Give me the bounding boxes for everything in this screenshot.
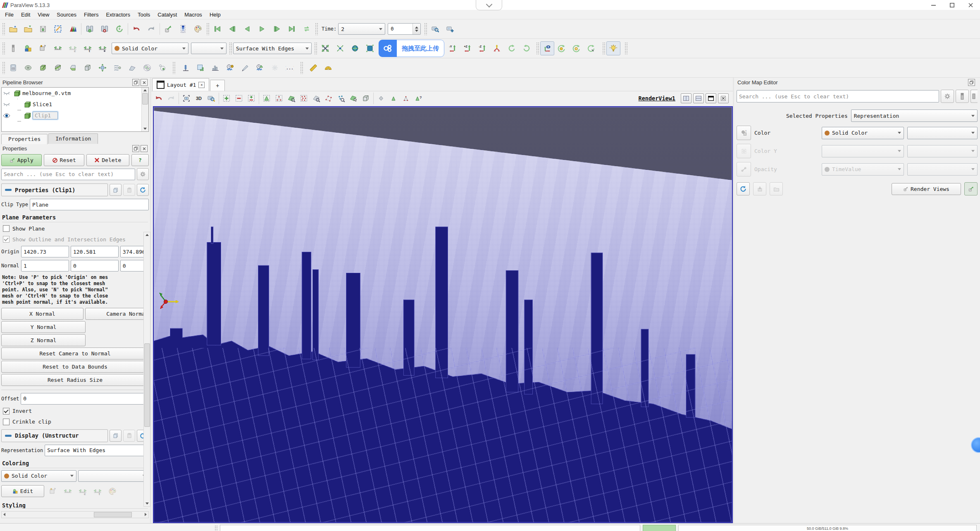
color-component-combo[interactable] — [907, 127, 978, 139]
display-section-header[interactable]: Display (Unstructur — [1, 429, 108, 442]
close-button[interactable] — [961, 0, 980, 10]
color-y-component-combo[interactable] — [907, 145, 978, 157]
notification-pill[interactable] — [476, 0, 502, 10]
interactive-glyph-icon[interactable] — [268, 61, 282, 75]
export-scene-icon[interactable] — [51, 22, 65, 36]
redo-icon[interactable] — [144, 22, 158, 36]
tri-select-icon[interactable] — [388, 93, 399, 104]
select-points-on-icon[interactable] — [273, 93, 285, 104]
text-3d-icon[interactable]: 3D — [193, 93, 205, 104]
programmable-filter-icon[interactable]: {...} — [283, 61, 297, 75]
apply-to-views-icon[interactable] — [964, 182, 978, 195]
reset-to-data-bounds-button[interactable]: Reset to Data Bounds — [1, 361, 149, 373]
plot-data-icon[interactable] — [238, 61, 252, 75]
apply-button[interactable]: Apply — [1, 154, 42, 166]
reset-camera-to-normal-button[interactable]: Reset Camera to Normal — [1, 348, 149, 360]
show-outline-checkbox[interactable] — [3, 236, 10, 243]
float-panel-icon[interactable] — [968, 79, 975, 86]
selected-properties-combo[interactable]: Representation — [851, 110, 978, 122]
menu-macros[interactable]: Macros — [181, 11, 206, 19]
gear-icon[interactable] — [137, 168, 149, 180]
menu-edit[interactable]: Edit — [17, 11, 34, 19]
reset-button[interactable]: Reset — [44, 154, 84, 166]
rescale-visible-icon[interactable] — [95, 41, 110, 55]
paraview-logo-icon[interactable] — [66, 22, 80, 36]
save-data-icon[interactable] — [36, 22, 50, 36]
sel-add-icon[interactable] — [221, 93, 232, 104]
gear-icon[interactable] — [941, 90, 954, 103]
edit-color-button[interactable]: Edit — [1, 485, 44, 497]
group-datasets-icon[interactable] — [140, 61, 154, 75]
pipeline-item-melbourne-0-vtm[interactable]: melbourne_0.vtm — [2, 88, 148, 99]
crinkle-clip-checkbox[interactable] — [3, 419, 10, 425]
plane-widget-axes-icon[interactable] — [157, 288, 181, 313]
opacity-array-combo[interactable]: TimeValue — [822, 163, 904, 176]
eye-closed-icon[interactable] — [2, 90, 12, 97]
clip-filter-icon[interactable] — [36, 61, 50, 75]
sel-toggle-icon[interactable] — [246, 93, 257, 104]
clip-type-combo[interactable]: Plane — [30, 199, 149, 210]
glyph-icon[interactable] — [95, 61, 110, 75]
undo-icon[interactable] — [129, 22, 143, 36]
rotate-sphere-z-icon[interactable] — [584, 41, 598, 55]
minimize-button[interactable] — [924, 0, 943, 10]
plot-over-line-icon[interactable] — [179, 61, 193, 75]
choose-preset-icon[interactable]: ? — [46, 484, 60, 498]
orientation-axes-icon[interactable] — [540, 41, 554, 55]
select-block-icon[interactable] — [335, 93, 347, 104]
offset-field[interactable]: 0 — [21, 393, 149, 405]
copy-icon[interactable] — [110, 184, 122, 196]
reset-camera-closest-icon[interactable] — [333, 41, 347, 55]
rescale-data-icon[interactable] — [61, 484, 75, 498]
select-cells-on-icon[interactable] — [261, 93, 272, 104]
choose-preset-icon[interactable]: ? — [36, 41, 50, 55]
rotate-sphere-x-icon[interactable] — [554, 41, 568, 55]
coloring-component-combo[interactable] — [78, 470, 149, 482]
folder-open-icon[interactable] — [6, 22, 20, 36]
light-kit-icon[interactable] — [606, 41, 620, 55]
edit-color-map-icon[interactable]: ? — [737, 126, 751, 140]
camera-redo-icon[interactable] — [165, 93, 177, 104]
edit-legend-icon[interactable] — [970, 90, 978, 103]
float-panel-icon[interactable] — [132, 79, 139, 86]
paste-icon[interactable] — [123, 430, 135, 442]
properties-hscrollbar[interactable] — [1, 511, 149, 518]
y-normal-button[interactable]: Y Normal — [1, 321, 86, 333]
vcr-first-icon[interactable] — [210, 22, 224, 36]
slice-filter-icon[interactable] — [51, 61, 65, 75]
zoom-screenshot-icon[interactable] — [205, 93, 217, 104]
upload-overlay[interactable]: 拖拽至此上传 — [379, 40, 444, 57]
plot-selection-over-time-icon[interactable] — [253, 61, 267, 75]
extract-block-icon[interactable] — [155, 61, 169, 75]
close-panel-icon[interactable] — [141, 79, 148, 86]
menu-sources[interactable]: Sources — [53, 11, 80, 19]
connect-server-icon[interactable] — [83, 22, 97, 36]
pipeline-scrollbar[interactable] — [141, 88, 148, 131]
menu-view[interactable]: View — [34, 11, 53, 19]
select-cells-polygon-icon[interactable] — [310, 93, 322, 104]
camera-normal-button[interactable]: Camera Normal — [85, 308, 149, 320]
rescale-temporal-icon[interactable]: t — [81, 41, 95, 55]
color-palette-icon[interactable] — [105, 484, 119, 498]
view-axis-minusz-icon[interactable]: -Z — [476, 41, 490, 55]
load-palette-icon[interactable] — [770, 182, 783, 195]
protractor-icon[interactable] — [321, 61, 335, 75]
paste-icon[interactable] — [123, 184, 135, 196]
origin-x-field[interactable]: 1420.73 — [21, 246, 69, 257]
show-plane-checkbox[interactable] — [3, 225, 10, 232]
opacity-component-combo[interactable] — [907, 163, 978, 176]
representation-combo[interactable]: Surface With Edges — [233, 43, 312, 54]
menu-extractors[interactable]: Extractors — [102, 11, 134, 19]
tri-points-icon[interactable] — [400, 93, 412, 104]
interactive-select-cells-icon[interactable] — [348, 93, 359, 104]
add-camera-link-icon[interactable] — [443, 22, 457, 36]
rescale-custom-icon[interactable]: c — [66, 41, 80, 55]
save-as-default-icon[interactable] — [753, 182, 766, 195]
pick-center-icon[interactable] — [375, 93, 387, 104]
render-views-button[interactable]: Render Views — [892, 183, 961, 195]
calculator-icon[interactable] — [6, 61, 20, 75]
pipeline-item-clip1[interactable]: Clip1 — [2, 110, 148, 121]
extract-subset-icon[interactable] — [81, 61, 95, 75]
eye-closed-icon[interactable] — [2, 101, 12, 108]
hover-cells-icon[interactable] — [360, 93, 372, 104]
